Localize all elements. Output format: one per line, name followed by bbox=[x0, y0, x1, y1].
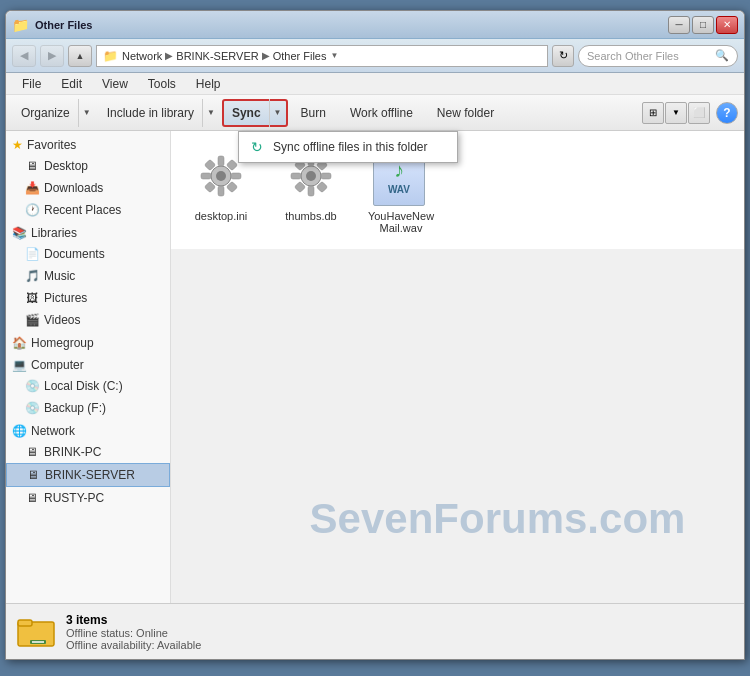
recent-icon: 🕐 bbox=[24, 202, 40, 218]
organize-label: Organize bbox=[13, 99, 79, 127]
menu-tools[interactable]: Tools bbox=[140, 75, 184, 93]
menu-help[interactable]: Help bbox=[188, 75, 229, 93]
svg-rect-5 bbox=[231, 173, 241, 179]
sidebar-libraries-section: 📚 Libraries 📄 Documents 🎵 Music 🖼 Pictur… bbox=[6, 223, 170, 331]
status-info: 3 items Offline status: Online Offline a… bbox=[66, 613, 201, 651]
include-library-dropdown[interactable]: Include in library ▼ bbox=[98, 99, 220, 127]
svg-rect-15 bbox=[321, 173, 331, 179]
sidebar-item-local-disk[interactable]: 💿 Local Disk (C:) bbox=[6, 375, 170, 397]
sidebar-item-recent[interactable]: 🕐 Recent Places bbox=[6, 199, 170, 221]
sidebar-item-brink-pc[interactable]: 🖥 BRINK-PC bbox=[6, 441, 170, 463]
sidebar-item-music[interactable]: 🎵 Music bbox=[6, 265, 170, 287]
wav-file-name: YouHaveNewMail.wav bbox=[366, 210, 436, 234]
libraries-icon: 📚 bbox=[12, 226, 27, 240]
documents-icon: 📄 bbox=[24, 246, 40, 262]
sidebar-item-rusty-pc[interactable]: 🖥 RUSTY-PC bbox=[6, 487, 170, 509]
sidebar-item-documents[interactable]: 📄 Documents bbox=[6, 243, 170, 265]
sync-arrow: ▼ bbox=[270, 99, 286, 127]
brink-pc-label: BRINK-PC bbox=[44, 445, 101, 459]
minimize-button[interactable]: ─ bbox=[668, 16, 690, 34]
sidebar-network-header[interactable]: 🌐 Network bbox=[6, 421, 170, 441]
sidebar-favorites-header[interactable]: ★ Favorites bbox=[6, 135, 170, 155]
up-button[interactable]: ▲ bbox=[68, 45, 92, 67]
back-button[interactable]: ◀ bbox=[12, 45, 36, 67]
sidebar: ★ Favorites 🖥 Desktop 📥 Downloads 🕐 Rece… bbox=[6, 131, 171, 603]
menu-file[interactable]: File bbox=[14, 75, 49, 93]
local-disk-label: Local Disk (C:) bbox=[44, 379, 123, 393]
main-content: ★ Favorites 🖥 Desktop 📥 Downloads 🕐 Rece… bbox=[6, 131, 744, 603]
view-icon-btn[interactable]: ⊞ bbox=[642, 102, 664, 124]
backup-disk-icon: 💿 bbox=[24, 400, 40, 416]
local-disk-icon: 💿 bbox=[24, 378, 40, 394]
work-offline-button[interactable]: Work offline bbox=[339, 99, 424, 127]
sync-dropdown-menu: ↻ Sync offline files in this folder bbox=[238, 131, 458, 163]
statusbar: 3 items Offline status: Online Offline a… bbox=[6, 603, 744, 659]
new-folder-button[interactable]: New folder bbox=[426, 99, 505, 127]
videos-label: Videos bbox=[44, 313, 80, 327]
backup-label: Backup (F:) bbox=[44, 401, 106, 415]
sidebar-item-backup[interactable]: 💿 Backup (F:) bbox=[6, 397, 170, 419]
address-server: BRINK-SERVER bbox=[176, 50, 258, 62]
homegroup-icon: 🏠 bbox=[12, 336, 27, 350]
videos-icon: 🎬 bbox=[24, 312, 40, 328]
close-button[interactable]: ✕ bbox=[716, 16, 738, 34]
sidebar-homegroup-header[interactable]: 🏠 Homegroup bbox=[6, 333, 170, 353]
sidebar-homegroup-section: 🏠 Homegroup bbox=[6, 333, 170, 353]
menu-view[interactable]: View bbox=[94, 75, 136, 93]
burn-button[interactable]: Burn bbox=[290, 99, 337, 127]
recent-label: Recent Places bbox=[44, 203, 121, 217]
maximize-button[interactable]: □ bbox=[692, 16, 714, 34]
music-label: Music bbox=[44, 269, 75, 283]
window-icon: 📁 bbox=[12, 17, 29, 33]
organize-dropdown[interactable]: Organize ▼ bbox=[12, 99, 96, 127]
offline-availability: Offline availability: Available bbox=[66, 639, 201, 651]
burn-label: Burn bbox=[301, 106, 326, 120]
sync-dropdown[interactable]: Sync ▼ bbox=[222, 99, 288, 127]
network-label: Network bbox=[31, 424, 75, 438]
sidebar-item-downloads[interactable]: 📥 Downloads bbox=[6, 177, 170, 199]
svg-rect-3 bbox=[218, 186, 224, 196]
help-button[interactable]: ? bbox=[716, 102, 738, 124]
sidebar-item-pictures[interactable]: 🖼 Pictures bbox=[6, 287, 170, 309]
sync-label: Sync bbox=[224, 99, 270, 127]
forward-button[interactable]: ▶ bbox=[40, 45, 64, 67]
homegroup-label: Homegroup bbox=[31, 336, 94, 350]
computer-label: Computer bbox=[31, 358, 84, 372]
svg-point-1 bbox=[216, 171, 226, 181]
search-box[interactable]: Search Other Files 🔍 bbox=[578, 45, 738, 67]
sidebar-item-desktop[interactable]: 🖥 Desktop bbox=[6, 155, 170, 177]
rusty-pc-label: RUSTY-PC bbox=[44, 491, 104, 505]
pictures-label: Pictures bbox=[44, 291, 87, 305]
toolbar: Organize ▼ Include in library ▼ Sync ▼ B… bbox=[6, 95, 744, 131]
sidebar-network-section: 🌐 Network 🖥 BRINK-PC 🖥 BRINK-SERVER 🖥 RU… bbox=[6, 421, 170, 509]
include-library-arrow: ▼ bbox=[203, 99, 219, 127]
pictures-icon: 🖼 bbox=[24, 290, 40, 306]
downloads-icon: 📥 bbox=[24, 180, 40, 196]
address-box[interactable]: 📁 Network ▶ BRINK-SERVER ▶ Other Files ▼ bbox=[96, 45, 548, 67]
address-arrow-1: ▶ bbox=[165, 50, 173, 61]
menu-edit[interactable]: Edit bbox=[53, 75, 90, 93]
view-dropdown-btn[interactable]: ▼ bbox=[665, 102, 687, 124]
svg-point-11 bbox=[306, 171, 316, 181]
refresh-button[interactable]: ↻ bbox=[552, 45, 574, 67]
downloads-label: Downloads bbox=[44, 181, 103, 195]
sidebar-item-brink-server[interactable]: 🖥 BRINK-SERVER bbox=[6, 463, 170, 487]
address-dropdown-arrow[interactable]: ▼ bbox=[330, 51, 338, 60]
status-folder-icon bbox=[16, 612, 56, 652]
desktop-icon: 🖥 bbox=[24, 158, 40, 174]
watermark-text: SevenForums.com bbox=[310, 495, 686, 542]
rusty-pc-icon: 🖥 bbox=[24, 490, 40, 506]
view-buttons: ⊞ ▼ ⬜ bbox=[642, 102, 710, 124]
svg-rect-4 bbox=[201, 173, 211, 179]
svg-rect-13 bbox=[308, 186, 314, 196]
preview-pane-btn[interactable]: ⬜ bbox=[688, 102, 710, 124]
sidebar-libraries-header[interactable]: 📚 Libraries bbox=[6, 223, 170, 243]
organize-arrow: ▼ bbox=[79, 99, 95, 127]
sync-offline-item[interactable]: ↻ Sync offline files in this folder bbox=[239, 134, 457, 160]
sync-offline-label: Sync offline files in this folder bbox=[273, 140, 428, 154]
status-count: 3 items bbox=[66, 613, 201, 627]
sidebar-computer-section: 💻 Computer 💿 Local Disk (C:) 💿 Backup (F… bbox=[6, 355, 170, 419]
sidebar-computer-header[interactable]: 💻 Computer bbox=[6, 355, 170, 375]
sidebar-item-videos[interactable]: 🎬 Videos bbox=[6, 309, 170, 331]
brink-server-label: BRINK-SERVER bbox=[45, 468, 135, 482]
